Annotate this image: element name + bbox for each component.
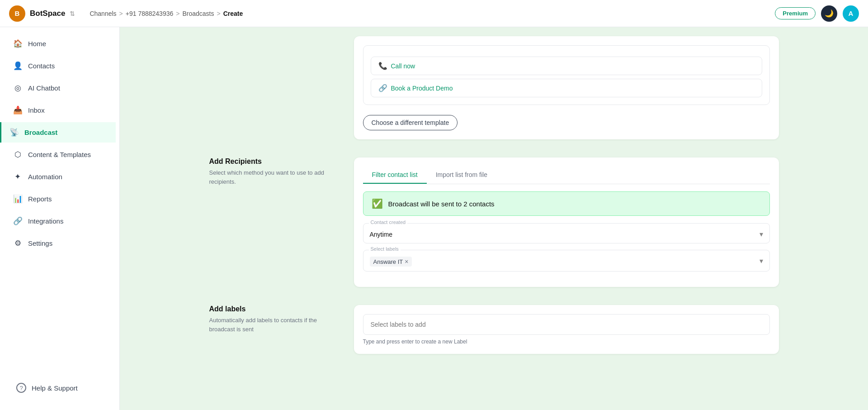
labels-input[interactable] bbox=[363, 314, 770, 335]
contact-created-select-row[interactable]: Anytime ▾ bbox=[370, 230, 763, 238]
logo-letter: B bbox=[15, 10, 20, 17]
sidebar-item-broadcast[interactable]: 📡 Broadcast bbox=[0, 122, 116, 143]
contacts-icon: 👤 bbox=[13, 61, 23, 71]
dark-mode-toggle[interactable]: 🌙 bbox=[821, 5, 837, 22]
automation-icon: ✦ bbox=[13, 172, 23, 181]
app-name: BotSpace bbox=[30, 9, 65, 18]
breadcrumb-sep1: > bbox=[119, 10, 123, 17]
sidebar-label-automation: Automation bbox=[28, 173, 62, 181]
broadcast-icon: 📡 bbox=[9, 128, 19, 137]
breadcrumb-broadcasts[interactable]: Broadcasts bbox=[182, 10, 214, 17]
labels-title: Add labels bbox=[209, 305, 336, 313]
main-layout: 🏠 Home 👤 Contacts ◎ AI Chatbot 📥 Inbox 📡… bbox=[0, 27, 868, 410]
select-labels-row[interactable]: Answare IT × ▾ bbox=[370, 257, 763, 267]
check-circle-icon: ✅ bbox=[372, 198, 383, 209]
select-labels-label: Select labels bbox=[369, 246, 401, 252]
recipients-section-row: Add Recipients Select which method you w… bbox=[209, 157, 779, 287]
contact-created-field-group: Contact created Anytime ▾ bbox=[363, 223, 770, 243]
logo-area: B BotSpace ⇅ bbox=[9, 5, 75, 22]
sidebar-item-integrations[interactable]: 🔗 Integrations bbox=[4, 211, 116, 231]
template-action-row: 📞 Call now 🔗 Book a Product Demo bbox=[371, 57, 762, 97]
help-icon: ? bbox=[16, 383, 26, 393]
labels-hint: Type and press enter to create a new Lab… bbox=[363, 338, 770, 345]
sidebar-label-contacts: Contacts bbox=[28, 62, 55, 70]
book-demo-label: Book a Product Demo bbox=[391, 85, 453, 92]
sidebar-bottom: ? Help & Support bbox=[0, 371, 119, 405]
labels-desc: Automatically add labels to contacts if … bbox=[209, 316, 336, 334]
sidebar-item-content-templates[interactable]: ⬡ Content & Templates bbox=[4, 144, 116, 165]
broadcast-alert: ✅ Broadcast will be sent to 2 contacts bbox=[363, 191, 770, 216]
remove-label-icon[interactable]: × bbox=[405, 258, 408, 265]
recipients-panel: Filter contact list Import list from fil… bbox=[354, 157, 779, 287]
logo-circle: B bbox=[9, 5, 25, 22]
premium-button[interactable]: Premium bbox=[775, 7, 816, 19]
integrations-icon: 🔗 bbox=[13, 216, 23, 226]
breadcrumb-create: Create bbox=[223, 10, 243, 17]
labels-section-left: Add labels Automatically add labels to c… bbox=[209, 305, 336, 334]
breadcrumb: Channels > +91 7888243936 > Broadcasts >… bbox=[90, 10, 243, 17]
sidebar-label-reports: Reports bbox=[28, 195, 52, 203]
sidebar-item-home[interactable]: 🏠 Home bbox=[4, 33, 116, 54]
ai-chatbot-icon: ◎ bbox=[13, 83, 23, 93]
sidebar-item-inbox[interactable]: 📥 Inbox bbox=[4, 100, 116, 120]
sidebar-label-inbox: Inbox bbox=[28, 106, 45, 114]
reports-icon: 📊 bbox=[13, 194, 23, 204]
inbox-icon: 📥 bbox=[13, 105, 23, 115]
tab-import-list[interactable]: Import list from file bbox=[427, 167, 496, 184]
template-section-row: 📞 Call now 🔗 Book a Product Demo Choose … bbox=[209, 36, 779, 139]
call-now-button[interactable]: 📞 Call now bbox=[371, 57, 762, 75]
breadcrumb-channels[interactable]: Channels bbox=[90, 10, 116, 17]
sidebar-item-contacts[interactable]: 👤 Contacts bbox=[4, 56, 116, 76]
sidebar-label-settings: Settings bbox=[28, 239, 52, 247]
sidebar-item-help[interactable]: ? Help & Support bbox=[7, 377, 112, 398]
call-now-label: Call now bbox=[391, 62, 415, 70]
label-tag-answare-it: Answare IT × bbox=[370, 257, 412, 267]
book-demo-button[interactable]: 🔗 Book a Product Demo bbox=[371, 79, 762, 97]
recipients-desc: Select which method you want to use to a… bbox=[209, 168, 336, 186]
topbar: B BotSpace ⇅ Channels > +91 7888243936 >… bbox=[0, 0, 868, 27]
labels-section-row: Add labels Automatically add labels to c… bbox=[209, 305, 779, 354]
breadcrumb-sep3: > bbox=[217, 10, 221, 17]
recipients-tabs: Filter contact list Import list from fil… bbox=[363, 167, 770, 184]
phone-icon: 📞 bbox=[378, 62, 387, 70]
sidebar-label-help: Help & Support bbox=[32, 384, 78, 392]
sidebar-label-home: Home bbox=[28, 40, 46, 48]
recipients-section-left: Add Recipients Select which method you w… bbox=[209, 157, 336, 186]
broadcast-alert-text: Broadcast will be sent to 2 contacts bbox=[388, 200, 495, 208]
sidebar: 🏠 Home 👤 Contacts ◎ AI Chatbot 📥 Inbox 📡… bbox=[0, 27, 120, 410]
sidebar-label-integrations: Integrations bbox=[28, 217, 63, 225]
sidebar-label-ai-chatbot: AI Chatbot bbox=[28, 84, 60, 92]
choose-template-button[interactable]: Choose a different template bbox=[363, 115, 458, 130]
sidebar-label-content-templates: Content & Templates bbox=[28, 151, 91, 158]
sidebar-item-reports[interactable]: 📊 Reports bbox=[4, 189, 116, 209]
page-content: 📞 Call now 🔗 Book a Product Demo Choose … bbox=[191, 27, 797, 381]
label-tag-text: Answare IT bbox=[373, 258, 403, 265]
sidebar-item-automation[interactable]: ✦ Automation bbox=[4, 167, 116, 187]
sidebar-label-broadcast: Broadcast bbox=[24, 129, 57, 136]
sort-icon[interactable]: ⇅ bbox=[70, 10, 75, 17]
labels-panel: Type and press enter to create a new Lab… bbox=[354, 305, 779, 354]
chevron-down-icon: ▾ bbox=[760, 230, 763, 238]
settings-icon: ⚙ bbox=[13, 238, 23, 248]
breadcrumb-sep2: > bbox=[176, 10, 179, 17]
home-icon: 🏠 bbox=[13, 39, 23, 48]
template-card: 📞 Call now 🔗 Book a Product Demo bbox=[363, 45, 770, 105]
tab-filter-contact[interactable]: Filter contact list bbox=[363, 167, 427, 184]
chevron-down-labels-icon: ▾ bbox=[760, 257, 763, 265]
contact-created-label: Contact created bbox=[369, 219, 408, 225]
avatar-letter: A bbox=[849, 10, 854, 17]
sidebar-item-ai-chatbot[interactable]: ◎ AI Chatbot bbox=[4, 78, 116, 98]
content-templates-icon: ⬡ bbox=[13, 150, 23, 159]
template-card-panel: 📞 Call now 🔗 Book a Product Demo Choose … bbox=[354, 36, 779, 139]
breadcrumb-phone[interactable]: +91 7888243936 bbox=[126, 10, 174, 17]
moon-icon: 🌙 bbox=[825, 9, 834, 18]
sidebar-item-settings[interactable]: ⚙ Settings bbox=[4, 233, 116, 253]
avatar[interactable]: A bbox=[843, 5, 859, 22]
topbar-right: Premium 🌙 A bbox=[775, 5, 859, 22]
recipients-title: Add Recipients bbox=[209, 157, 336, 166]
content-area: 📞 Call now 🔗 Book a Product Demo Choose … bbox=[120, 27, 868, 410]
contact-created-value: Anytime bbox=[370, 231, 393, 238]
link-icon: 🔗 bbox=[378, 84, 387, 92]
select-labels-field-group: Select labels Answare IT × ▾ bbox=[363, 250, 770, 272]
